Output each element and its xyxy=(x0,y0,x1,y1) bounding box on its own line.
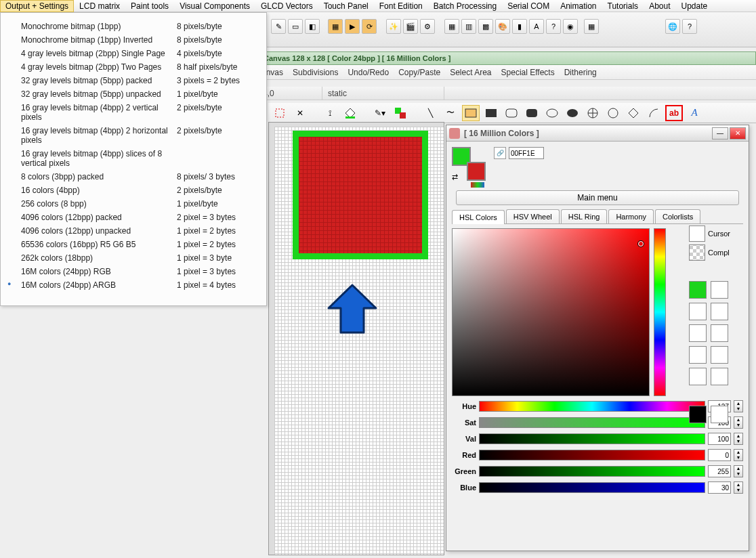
tool-icon[interactable]: ◧ xyxy=(305,19,320,34)
color-window-titlebar[interactable]: [ 16 Million Colors ] — ✕ xyxy=(446,125,749,142)
palette-cell[interactable] xyxy=(711,406,728,423)
dropdown-item[interactable]: 16M colors (24bpp) ARGB1 pixel = 4 bytes xyxy=(1,278,266,292)
tool-icon[interactable]: ▭ xyxy=(288,19,303,34)
slider-bar[interactable] xyxy=(479,466,705,477)
spinner-buttons[interactable]: ▲▼ xyxy=(734,449,743,461)
palette-cell[interactable] xyxy=(689,303,707,320)
submenu-undo-redo[interactable]: Undo/Redo xyxy=(348,68,389,77)
dropdown-item[interactable]: 32 gray levels bitmap (5bpp) packed3 pix… xyxy=(1,74,266,87)
tool-icon[interactable]: ▶ xyxy=(345,19,360,34)
tab-hsl-ring[interactable]: HSL Ring xyxy=(561,209,608,223)
menu-update[interactable]: Update xyxy=(675,0,713,12)
swap-colors-icon[interactable]: ⇄ xyxy=(452,173,458,181)
tool-icon[interactable]: ▩ xyxy=(478,19,493,34)
text-tool-icon[interactable]: ab xyxy=(665,105,683,121)
hue-bar[interactable] xyxy=(654,228,666,396)
palette-cell[interactable] xyxy=(711,346,728,364)
round-rect-filled-icon[interactable] xyxy=(523,105,541,121)
menu-visual-components[interactable]: Visual Components xyxy=(174,0,255,12)
submenu-dithering[interactable]: Dithering xyxy=(564,68,597,77)
globe-icon[interactable]: 🌐 xyxy=(665,19,680,34)
circle-icon[interactable] xyxy=(604,105,622,121)
spinner-buttons[interactable]: ▲▼ xyxy=(734,465,743,477)
slider-value-input[interactable] xyxy=(708,465,731,477)
tool-icon[interactable]: 🎨 xyxy=(495,19,510,34)
dropdown-item[interactable]: 4 gray levels bitmap (2bpp) Single Page4… xyxy=(1,47,266,60)
hex-input[interactable] xyxy=(509,147,544,159)
rect-filled-icon[interactable] xyxy=(462,105,480,121)
slider-value-input[interactable] xyxy=(708,433,731,445)
slider-bar[interactable] xyxy=(479,417,705,428)
spinner-buttons[interactable]: ▲▼ xyxy=(734,433,743,445)
tool-icon[interactable]: ✎ xyxy=(271,19,286,34)
slider-value-input[interactable] xyxy=(708,449,731,461)
tool-icon[interactable]: ▮ xyxy=(512,19,527,34)
slider-bar[interactable] xyxy=(479,433,705,444)
menu-glcd-vectors[interactable]: GLCD Vectors xyxy=(255,0,318,12)
menu-serial-com[interactable]: Serial COM xyxy=(502,0,555,12)
tab-harmony[interactable]: Harmony xyxy=(608,209,654,223)
tool-icon[interactable]: ▦ xyxy=(444,19,459,34)
curve-icon[interactable]: 〜 xyxy=(442,105,459,121)
dropdown-item[interactable]: 32 gray levels bitmap (5bpp) unpacked1 p… xyxy=(1,87,266,101)
canvas-area[interactable] xyxy=(268,122,444,555)
tool-icon[interactable]: ? xyxy=(546,19,561,34)
tool-icon[interactable]: ✨ xyxy=(386,19,401,34)
tool-icon[interactable]: ⟳ xyxy=(362,19,377,34)
circle-cross-icon[interactable] xyxy=(584,105,602,121)
dropdown-item[interactable]: 16 gray levels bitmap (4bpp) 2 vertical … xyxy=(1,101,266,124)
slider-bar[interactable] xyxy=(479,482,705,493)
saturation-value-picker[interactable] xyxy=(452,228,650,396)
dropdown-item[interactable]: 4 gray levels bitmap (2bpp) Two Pages8 h… xyxy=(1,60,266,74)
dropdown-item[interactable]: 4096 colors (12bpp) unpacked1 pixel = 2 … xyxy=(1,224,266,238)
select-all-icon[interactable] xyxy=(271,105,289,121)
text-style-icon[interactable]: A xyxy=(686,105,703,121)
menu-animation[interactable]: Animation xyxy=(555,0,602,12)
palette-cell[interactable] xyxy=(711,368,728,385)
palette-cell[interactable] xyxy=(711,324,728,342)
close-button[interactable]: ✕ xyxy=(730,127,746,140)
menu-font-edition[interactable]: Font Edition xyxy=(374,0,428,12)
dropdown-item[interactable]: 65536 colors (16bpp) R5 G6 B51 pixel = 2… xyxy=(1,238,266,251)
menu-tutorials[interactable]: Tutorials xyxy=(602,0,644,12)
tool-icon[interactable]: ▦ xyxy=(328,19,343,34)
dropdown-item[interactable]: Monochrome bitmap (1bpp)8 pixels/byte xyxy=(1,20,266,33)
tab-hsv-wheel[interactable]: HSV Wheel xyxy=(506,209,560,223)
dropdown-item[interactable]: 4096 colors (12bpp) packed2 pixel = 3 by… xyxy=(1,211,266,224)
eyedropper-icon[interactable]: ⟟ xyxy=(321,105,339,121)
dropdown-item[interactable]: 262k colors (18bpp)1 pixel = 3 byte xyxy=(1,251,266,265)
submenu-copy-paste[interactable]: Copy/Paste xyxy=(398,68,440,77)
dropdown-item[interactable]: 16 gray levels bitmap (4bpp) slices of 8… xyxy=(1,147,266,170)
submenu-select-area[interactable]: Select Area xyxy=(450,68,491,77)
arc-icon[interactable] xyxy=(645,105,663,121)
dropdown-item[interactable]: 8 colors (3bpp) packed8 pixels/ 3 bytes xyxy=(1,170,266,184)
spinner-buttons[interactable]: ▲▼ xyxy=(734,481,743,494)
slider-bar[interactable] xyxy=(479,450,705,460)
polygon-icon[interactable] xyxy=(625,105,642,121)
background-swatch[interactable] xyxy=(467,162,486,181)
menu-touch-panel[interactable]: Touch Panel xyxy=(318,0,374,12)
tool-icon[interactable]: ▥ xyxy=(461,19,476,34)
rect-outline-icon[interactable] xyxy=(482,105,500,121)
clear-icon[interactable]: ✕ xyxy=(291,105,309,121)
menu-lcd-matrix[interactable]: LCD matrix xyxy=(74,0,125,12)
dropdown-item[interactable]: 16 colors (4bpp)2 pixels/byte xyxy=(1,184,266,197)
color-swap-icon[interactable] xyxy=(392,105,409,121)
main-menu-button[interactable]: Main menu xyxy=(456,190,739,205)
palette-cell[interactable] xyxy=(711,303,728,320)
brush-icon[interactable]: ✎▾ xyxy=(371,105,389,121)
dropdown-item[interactable]: 256 colors (8 bpp)1 pixel/byte xyxy=(1,197,266,211)
menu-paint-tools[interactable]: Paint tools xyxy=(125,0,174,12)
menu-about[interactable]: About xyxy=(644,0,675,12)
compl-swatch[interactable] xyxy=(689,244,705,261)
tool-icon[interactable]: ◉ xyxy=(563,19,578,34)
cursor-swatch[interactable] xyxy=(689,226,705,242)
slider-value-input[interactable] xyxy=(708,481,731,494)
tab-hsl-colors[interactable]: HSL Colors xyxy=(452,210,505,224)
palette-cell[interactable] xyxy=(711,281,728,299)
tool-icon[interactable]: A xyxy=(529,19,544,34)
menu-batch-processing[interactable]: Batch Processing xyxy=(428,0,502,12)
help-icon[interactable]: ? xyxy=(682,19,697,34)
palette-cell[interactable] xyxy=(689,368,707,385)
tool-icon[interactable]: ⚙ xyxy=(420,19,435,34)
